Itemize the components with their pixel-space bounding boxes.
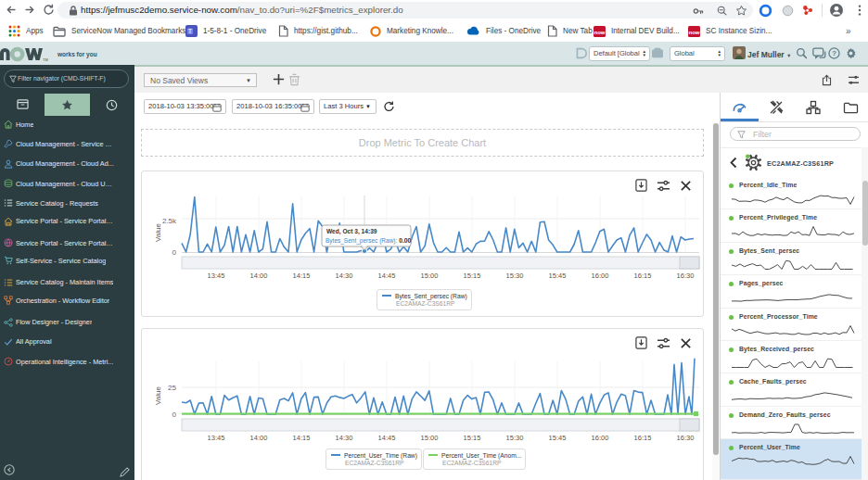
svg-text:0: 0 xyxy=(172,248,177,257)
svg-text:15:00: 15:00 xyxy=(421,434,439,442)
svg-text:Value: Value xyxy=(154,386,162,405)
svg-text:15:30: 15:30 xyxy=(506,272,524,280)
svg-text:14:30: 14:30 xyxy=(336,434,353,442)
svg-text:now: now xyxy=(594,29,606,34)
svg-text:14:45: 14:45 xyxy=(378,434,396,442)
svg-text:14:45: 14:45 xyxy=(378,272,396,280)
svg-text:15:15: 15:15 xyxy=(464,434,481,442)
svg-text:14:00: 14:00 xyxy=(250,434,268,442)
svg-text:16:00: 16:00 xyxy=(592,434,609,442)
svg-text:?: ? xyxy=(832,49,836,57)
svg-text:T: T xyxy=(188,28,193,34)
svg-text:15:15: 15:15 xyxy=(464,272,481,280)
svg-text:Wed, Oct 3, 14:39: Wed, Oct 3, 14:39 xyxy=(326,228,377,235)
svg-text:13:45: 13:45 xyxy=(208,434,225,442)
svg-text:15:30: 15:30 xyxy=(506,434,524,442)
svg-text:14:15: 14:15 xyxy=(293,272,311,280)
svg-text:16:30: 16:30 xyxy=(677,272,695,280)
svg-text:2.5k: 2.5k xyxy=(162,217,177,225)
svg-text:14:00: 14:00 xyxy=(250,272,268,280)
svg-text:14:15: 14:15 xyxy=(293,434,311,442)
svg-text:TM: TM xyxy=(43,57,48,62)
svg-text:15:00: 15:00 xyxy=(421,272,439,280)
svg-text:Value: Value xyxy=(154,223,162,242)
svg-text:16:30: 16:30 xyxy=(677,434,695,442)
svg-text:13:45: 13:45 xyxy=(208,272,225,280)
svg-text:15:45: 15:45 xyxy=(549,272,567,280)
svg-text:14:30: 14:30 xyxy=(336,272,353,280)
svg-text:25: 25 xyxy=(168,384,176,392)
svg-text:15:45: 15:45 xyxy=(549,434,567,442)
svg-text:16:15: 16:15 xyxy=(634,434,652,442)
svg-text:16:15: 16:15 xyxy=(634,272,652,280)
svg-text:now: now xyxy=(689,29,700,34)
svg-text:16:00: 16:00 xyxy=(592,272,609,280)
svg-text:0: 0 xyxy=(172,411,177,419)
svg-text:Bytes_Sent_persec (Raw): 0.00: Bytes_Sent_persec (Raw): 0.00 xyxy=(326,237,412,245)
